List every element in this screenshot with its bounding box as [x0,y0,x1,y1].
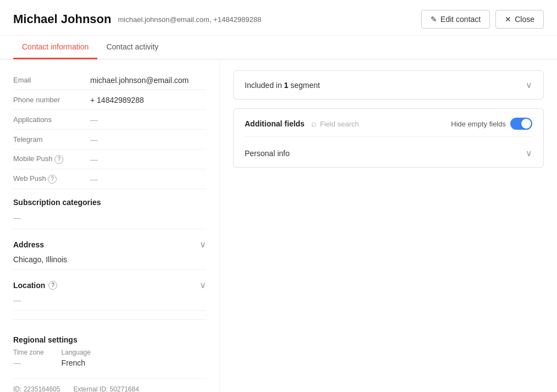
additional-fields-title: Additional fields [245,119,305,128]
regional-settings-section: Regional settings Time zone — Language F… [13,319,206,367]
hide-empty-area: Hide empty fields [451,118,532,130]
right-panel: Included in 1 segment ∨ Additional field… [220,59,557,392]
page-header: Michael Johnson michael.johnson@email.co… [0,0,557,36]
web-push-row: Web Push ? — [13,169,206,189]
phone-row: Phone number + 14842989288 [13,90,206,110]
web-push-value: — [90,175,98,184]
address-content: Chicago, Illinois [13,255,206,269]
applications-label: Applications [13,115,90,124]
regional-grid: Time zone — Language French [13,349,206,367]
close-button[interactable]: ✕ Close [495,10,544,29]
telegram-value: — [90,135,98,144]
language-value: French [62,358,91,367]
applications-value: — [90,115,98,124]
content-area: Email michael.johnson@email.com Phone nu… [0,59,557,392]
regional-settings-title: Regional settings [13,335,206,344]
segment-label: Included in 1 segment [245,81,320,90]
edit-contact-button[interactable]: ✎ Edit contact [421,10,490,29]
close-icon: ✕ [505,15,511,24]
location-content: — [13,296,206,310]
time-zone-item: Time zone — [13,349,44,367]
tab-contact-activity[interactable]: Contact activity [97,36,167,59]
mobile-push-label: Mobile Push ? [13,154,90,164]
address-section: Address ∨ Chicago, Illinois [13,234,206,270]
telegram-row: Telegram — [13,130,206,150]
header-title-area: Michael Johnson michael.johnson@email.co… [13,12,421,26]
close-label: Close [515,15,534,24]
location-title: Location ? [13,281,57,290]
language-label: Language [62,349,91,356]
field-search-placeholder: Field search [320,120,359,128]
location-section: Location ? ∨ — [13,274,206,311]
personal-info-label: Personal info [245,149,290,158]
email-label: Email [13,76,90,84]
time-zone-value: — [13,358,44,367]
location-chevron-icon: ∨ [200,280,206,290]
meta-id: ID: 2235164605 Source: Import [13,385,60,392]
location-help-icon[interactable]: ? [48,281,57,290]
phone-label: Phone number [13,96,90,104]
meta-footer: ID: 2235164605 Source: Import External I… [13,378,206,392]
address-toggle[interactable]: Address ∨ [13,234,206,255]
telegram-label: Telegram [13,135,90,143]
location-value: — [13,296,21,305]
subscription-categories-header: Subscription categories [13,198,206,207]
subscription-categories-value: — [13,211,206,224]
segment-card[interactable]: Included in 1 segment ∨ [233,70,544,100]
address-title: Address [13,240,44,249]
contact-name: Michael Johnson [13,12,111,26]
personal-info-chevron-icon: ∨ [526,148,532,158]
hide-empty-toggle[interactable] [510,118,532,130]
meta-external: External ID: 50271684 Created 05 Oct, 20… [73,385,178,392]
left-panel: Email michael.johnson@email.com Phone nu… [0,59,220,392]
tabs: Contact information Contact activity [0,36,557,59]
id-label-value: ID: 2235164605 [13,385,60,392]
email-value: michael.johnson@email.com [90,76,189,85]
field-search-area[interactable]: ⌕ Field search [311,119,444,129]
meta-row-1: ID: 2235164605 Source: Import External I… [13,385,206,392]
tab-contact-information-label: Contact information [22,42,89,51]
language-item: Language French [62,349,91,367]
phone-value: + 14842989288 [90,96,144,104]
pencil-icon: ✎ [431,15,437,24]
applications-row: Applications — [13,110,206,130]
web-push-help-icon[interactable]: ? [48,175,57,184]
search-icon: ⌕ [311,119,317,129]
external-id-label-value: External ID: 50271684 [73,385,178,392]
hide-empty-label: Hide empty fields [451,120,506,128]
location-toggle[interactable]: Location ? ∨ [13,274,206,296]
segment-chevron-icon: ∨ [526,80,532,90]
additional-fields-card: Additional fields ⌕ Field search Hide em… [233,108,544,168]
address-value: Chicago, Illinois [13,255,67,264]
tab-contact-activity-label: Contact activity [106,42,158,51]
mobile-push-help-icon[interactable]: ? [54,155,63,164]
address-chevron-icon: ∨ [200,239,206,250]
mobile-push-value: — [90,155,98,164]
email-row: Email michael.johnson@email.com [13,70,206,90]
additional-fields-divider [245,136,532,137]
mobile-push-row: Mobile Push ? — [13,150,206,169]
contact-meta: michael.johnson@email.com, +14842989288 [118,15,261,24]
personal-info-row[interactable]: Personal info ∨ [245,143,532,158]
additional-fields-header: Additional fields ⌕ Field search Hide em… [245,118,532,130]
web-push-label: Web Push ? [13,174,90,184]
tab-contact-information[interactable]: Contact information [13,36,97,59]
header-actions: ✎ Edit contact ✕ Close [421,10,544,29]
edit-contact-label: Edit contact [440,15,481,24]
time-zone-label: Time zone [13,349,44,356]
